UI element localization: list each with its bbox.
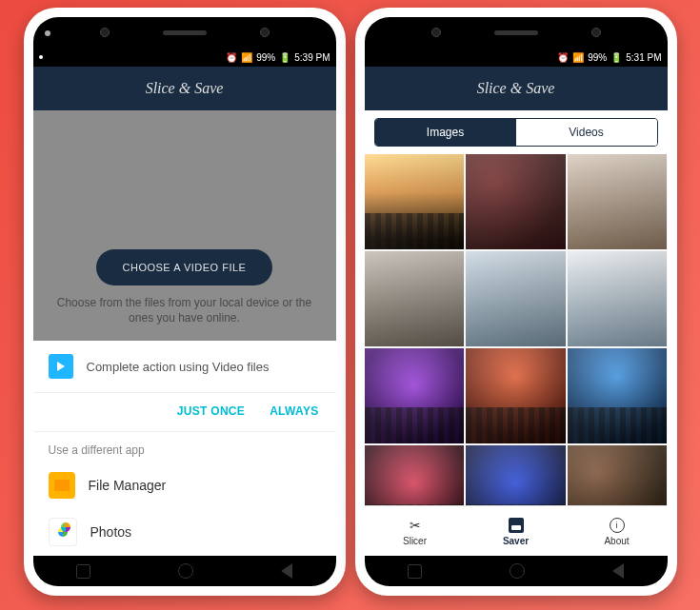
chooser-buttons-row: JUST ONCE ALWAYS [33, 393, 336, 432]
thumbnail[interactable] [568, 154, 668, 249]
video-files-icon [49, 354, 73, 379]
alt-apps-label: Use a different app [33, 432, 336, 462]
back-button-icon[interactable] [612, 563, 624, 579]
photos-icon [49, 518, 77, 546]
action-chooser-sheet: Complete action using Video files JUST O… [33, 341, 336, 556]
app-label: File Manager [89, 478, 167, 493]
alt-app-photos[interactable]: Photos [33, 508, 336, 556]
status-bar: ⏰ 📶 99% 🔋 5:39 PM [33, 48, 336, 67]
device-screen-bezel: ⏰ 📶 99% 🔋 5:39 PM Slice & Save CHOOSE A … [33, 17, 336, 586]
nav-saver[interactable]: Saver [466, 506, 567, 556]
thumbnail[interactable] [466, 445, 566, 505]
scissors-icon: ✂ [407, 517, 424, 534]
thumbnail[interactable] [466, 154, 566, 249]
screen-left: ⏰ 📶 99% 🔋 5:39 PM Slice & Save CHOOSE A … [33, 48, 336, 556]
alarm-icon: ⏰ [557, 52, 569, 63]
overview-button-icon[interactable] [408, 564, 422, 579]
choose-description: Choose from the files from your local de… [33, 295, 336, 331]
just-once-button[interactable]: JUST ONCE [177, 404, 245, 418]
tab-images[interactable]: Images [375, 119, 516, 146]
thumbnail[interactable] [466, 251, 566, 346]
sheet-title: Complete action using Video files [87, 360, 270, 374]
bottom-nav: ✂ Slicer Saver i About [365, 505, 668, 556]
sensor-dot-icon [45, 30, 50, 36]
screen-right: ⏰ 📶 99% 🔋 5:31 PM Slice & Save Images Vi… [365, 48, 668, 556]
device-top-bezel [33, 17, 336, 48]
device-frame-left: ⏰ 📶 99% 🔋 5:39 PM Slice & Save CHOOSE A … [24, 8, 346, 596]
app-title: Slice & Save [146, 80, 224, 97]
thumbnail[interactable] [466, 348, 566, 443]
save-icon [509, 518, 524, 533]
camera-icon [260, 28, 270, 37]
wifi-icon: 📶 [572, 52, 584, 63]
device-screen-bezel: ⏰ 📶 99% 🔋 5:31 PM Slice & Save Images Vi… [365, 17, 668, 586]
nav-label: Saver [503, 536, 529, 546]
screenshot-stage: ⏰ 📶 99% 🔋 5:39 PM Slice & Save CHOOSE A … [0, 0, 700, 610]
app-title: Slice & Save [477, 80, 555, 97]
tab-videos[interactable]: Videos [516, 119, 657, 146]
speaker-grille-icon [494, 30, 538, 35]
home-button-icon[interactable] [510, 563, 525, 579]
nav-slicer[interactable]: ✂ Slicer [365, 506, 466, 556]
device-top-bezel [365, 17, 668, 48]
file-manager-icon [49, 472, 75, 499]
info-icon: i [610, 518, 625, 533]
clock-text: 5:31 PM [626, 52, 661, 63]
battery-icon: 🔋 [279, 52, 290, 63]
primary-action-row[interactable]: Complete action using Video files [33, 341, 336, 393]
status-bar: ⏰ 📶 99% 🔋 5:31 PM [365, 48, 668, 67]
back-button-icon[interactable] [281, 563, 292, 579]
speaker-grille-icon [163, 30, 207, 35]
always-button[interactable]: ALWAYS [270, 404, 318, 418]
thumbnail[interactable] [568, 251, 668, 346]
nav-about[interactable]: i About [567, 506, 668, 556]
thumbnail[interactable] [568, 445, 668, 505]
alt-app-file-manager[interactable]: File Manager [33, 462, 336, 508]
image-grid[interactable] [365, 154, 668, 505]
segmented-control: Images Videos [365, 110, 668, 154]
app-header: Slice & Save [33, 67, 336, 110]
app-label: Photos [90, 524, 132, 540]
thumbnail[interactable] [568, 348, 668, 443]
thumbnail[interactable] [365, 445, 465, 505]
battery-icon: 🔋 [610, 52, 622, 63]
thumbnail[interactable] [365, 348, 465, 443]
main-area-dimmed: CHOOSE A VIDEO FILE Choose from the file… [33, 110, 336, 341]
camera-icon [431, 28, 441, 37]
android-nav-bar [365, 556, 668, 586]
overview-button-icon[interactable] [76, 564, 90, 579]
thumbnail[interactable] [365, 154, 465, 249]
android-nav-bar [33, 556, 336, 586]
nav-label: About [604, 536, 629, 546]
device-frame-right: ⏰ 📶 99% 🔋 5:31 PM Slice & Save Images Vi… [355, 8, 677, 596]
alarm-icon: ⏰ [226, 52, 237, 63]
wifi-icon: 📶 [241, 52, 252, 63]
camera-icon [591, 28, 601, 37]
app-header: Slice & Save [365, 67, 668, 110]
choose-video-button[interactable]: CHOOSE A VIDEO FILE [96, 249, 273, 285]
home-button-icon[interactable] [178, 563, 193, 579]
clock-text: 5:39 PM [294, 52, 330, 63]
nav-label: Slicer [403, 536, 427, 546]
thumbnail[interactable] [365, 251, 465, 346]
battery-percent: 99% [256, 52, 275, 63]
battery-percent: 99% [588, 52, 607, 63]
camera-icon [100, 28, 110, 37]
